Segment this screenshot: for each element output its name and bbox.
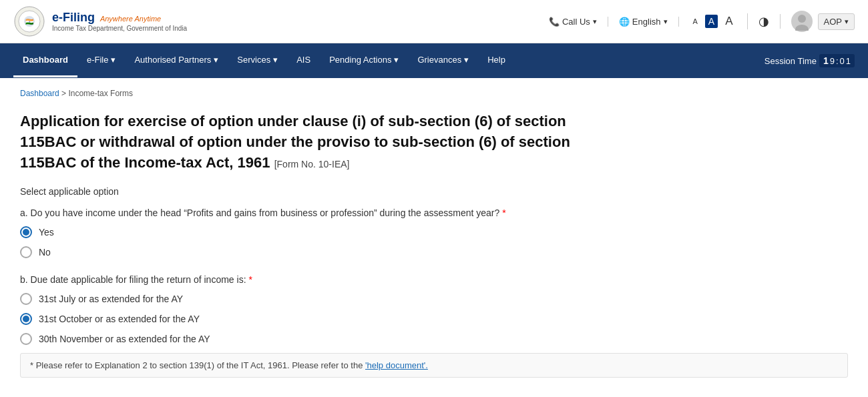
phone-icon: 📞 xyxy=(549,17,560,27)
radio-october[interactable]: 31st October or as extended for the AY xyxy=(20,313,848,325)
nav-dashboard[interactable]: Dashboard xyxy=(13,44,77,77)
radio-october-circle[interactable] xyxy=(20,313,32,325)
chevron-down-icon: ▾ xyxy=(664,17,668,26)
nav-efile[interactable]: e-File ▾ xyxy=(77,44,126,77)
radio-november[interactable]: 30th November or as extended for the AY xyxy=(20,333,848,345)
font-small-button[interactable]: A xyxy=(690,16,701,27)
question-a-text: a. Do you have income under the head “Pr… xyxy=(20,208,848,218)
svg-point-4 xyxy=(798,15,806,23)
nav-authorised-partners[interactable]: Authorised Partners ▾ xyxy=(125,44,228,77)
radio-yes[interactable]: Yes xyxy=(20,226,848,238)
page-title: Application for exercise of option under… xyxy=(20,111,621,173)
section-label: Select applicable option xyxy=(20,186,848,197)
chevron-down-icon: ▾ xyxy=(111,55,116,65)
radio-no[interactable]: No xyxy=(20,246,848,258)
logo-area: 🇮🇳 e-Filing Anywhere Anytime Income Tax … xyxy=(13,5,187,37)
svg-text:🇮🇳: 🇮🇳 xyxy=(25,17,34,26)
top-header: 🇮🇳 e-Filing Anywhere Anytime Income Tax … xyxy=(0,0,868,43)
logo-text: e-Filing Anywhere Anytime Income Tax Dep… xyxy=(52,11,187,32)
nav-bar: Dashboard e-File ▾ Authorised Partners ▾… xyxy=(0,43,868,78)
nav-grievances[interactable]: Grievances ▾ xyxy=(408,44,478,77)
radio-july[interactable]: 31st July or as extended for the AY xyxy=(20,293,848,305)
contrast-toggle[interactable]: ◑ xyxy=(758,14,781,29)
user-icon xyxy=(793,12,811,31)
note-box: * Please refer to Explanation 2 to secti… xyxy=(20,353,848,378)
font-controls: A A A xyxy=(690,13,748,29)
radio-yes-circle[interactable] xyxy=(20,226,32,238)
nav-help[interactable]: Help xyxy=(478,44,515,77)
radio-november-circle[interactable] xyxy=(20,333,32,345)
chevron-down-icon: ▾ xyxy=(394,55,399,65)
radio-july-circle[interactable] xyxy=(20,293,32,305)
chevron-down-icon: ▾ xyxy=(214,55,218,65)
chevron-down-icon: ▾ xyxy=(845,17,849,26)
required-marker: * xyxy=(502,208,505,218)
user-name-dropdown[interactable]: AOP ▾ xyxy=(818,13,855,30)
chevron-down-icon: ▾ xyxy=(593,17,597,26)
nav-services[interactable]: Services ▾ xyxy=(228,44,287,77)
font-medium-button[interactable]: A xyxy=(705,15,718,28)
required-marker-b: * xyxy=(248,274,252,285)
content-area: Dashboard > Income-tax Forms Application… xyxy=(0,78,868,397)
nav-pending-actions[interactable]: Pending Actions ▾ xyxy=(320,44,408,77)
font-large-button[interactable]: A xyxy=(722,13,736,29)
question-b-block: b. Due date applicable for filing the re… xyxy=(20,274,848,378)
logo-efiling: e-Filing Anywhere Anytime xyxy=(52,11,187,25)
avatar xyxy=(791,11,813,32)
form-reference: [Form No. 10-IEA] xyxy=(274,159,350,169)
help-document-link[interactable]: 'help document'. xyxy=(365,360,428,370)
breadcrumb: Dashboard > Income-tax Forms xyxy=(20,89,848,98)
chevron-down-icon: ▾ xyxy=(464,55,469,65)
session-time-display: 1 9 : 0 1 xyxy=(819,54,855,67)
radio-no-circle[interactable] xyxy=(20,246,32,258)
question-a-block: a. Do you have income under the head “Pr… xyxy=(20,208,848,258)
user-area: AOP ▾ xyxy=(791,11,855,32)
breadcrumb-dashboard-link[interactable]: Dashboard xyxy=(20,89,59,98)
header-right: 📞 Call Us ▾ 🌐 English ▾ A A A ◑ AOP ▾ xyxy=(549,11,855,32)
question-b-text: b. Due date applicable for filing the re… xyxy=(20,274,848,285)
nav-ais[interactable]: AIS xyxy=(287,44,320,77)
language-selector[interactable]: 🌐 English ▾ xyxy=(619,17,679,27)
emblem-icon: 🇮🇳 xyxy=(13,5,45,37)
chevron-down-icon: ▾ xyxy=(273,55,278,65)
globe-icon: 🌐 xyxy=(619,17,630,27)
session-timer: Session Time 1 9 : 0 1 xyxy=(765,43,855,78)
call-us-button[interactable]: 📞 Call Us ▾ xyxy=(549,17,608,27)
logo-subtitle: Income Tax Department, Government of Ind… xyxy=(52,25,187,32)
svg-point-5 xyxy=(795,25,809,31)
